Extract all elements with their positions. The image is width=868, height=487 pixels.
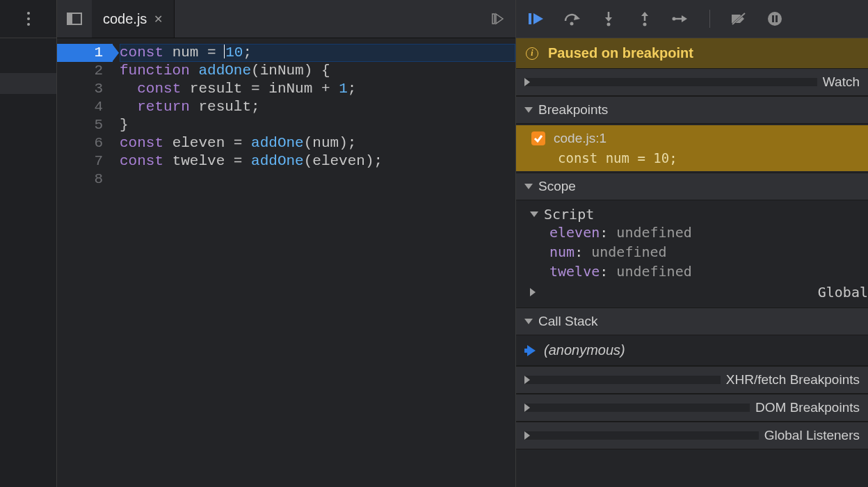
scope-global[interactable]: Global: [530, 284, 868, 301]
line-number[interactable]: 7: [57, 152, 113, 170]
section-label: XHR/fetch Breakpoints: [726, 372, 860, 388]
section-global-listeners[interactable]: Global Listeners: [516, 422, 868, 449]
chevron-right-icon: [530, 288, 812, 296]
section-callstack[interactable]: Call Stack: [516, 308, 868, 335]
run-snippet-button[interactable]: [481, 0, 515, 38]
scope-global-label: Global: [818, 284, 868, 301]
scope-variable[interactable]: num: undefined: [549, 242, 868, 262]
scope-script-vars: eleven: undefinednum: undefinedtwelve: u…: [530, 223, 868, 281]
svg-rect-21: [772, 15, 774, 22]
current-frame-icon: [527, 345, 536, 356]
chevron-down-icon: [524, 319, 533, 324]
code-line[interactable]: function addOne(inNum) {: [120, 62, 515, 80]
play-outline-icon: [491, 12, 505, 26]
svg-point-7: [570, 22, 574, 26]
debugger-panel: i Paused on breakpoint Watch Breakpoints…: [516, 0, 868, 487]
svg-marker-12: [641, 12, 648, 16]
step-over-button[interactable]: [562, 8, 583, 29]
code-body[interactable]: const num = 10;function addOne(inNum) { …: [113, 38, 515, 487]
callstack-list: (anonymous): [516, 335, 868, 366]
svg-point-10: [607, 23, 611, 26]
svg-point-20: [768, 12, 782, 26]
svg-marker-3: [496, 14, 503, 24]
tab-codejs[interactable]: code.js ✕: [92, 0, 175, 38]
chevron-right-icon: [524, 404, 750, 412]
svg-rect-2: [492, 14, 495, 24]
code-editor[interactable]: 12345678 const num = 10;function addOne(…: [57, 38, 515, 487]
step-button[interactable]: [670, 8, 691, 29]
breakpoint-checkbox[interactable]: [531, 131, 545, 145]
breakpoint-item[interactable]: code.js:1const num = 10;: [516, 125, 868, 171]
section-breakpoints[interactable]: Breakpoints: [516, 96, 868, 124]
kebab-icon: [27, 17, 30, 20]
step-into-button[interactable]: [598, 8, 619, 29]
section-label: DOM Breakpoints: [755, 400, 860, 415]
code-line[interactable]: return result;: [120, 98, 515, 116]
more-options-button[interactable]: [0, 0, 56, 38]
code-line[interactable]: const result = inNum + 1;: [120, 80, 515, 98]
navigator-selected-slot[interactable]: [0, 73, 56, 94]
pause-on-exceptions-button[interactable]: [764, 8, 785, 29]
code-line[interactable]: }: [120, 116, 515, 134]
section-label: Call Stack: [538, 314, 598, 329]
svg-marker-9: [605, 17, 612, 22]
deactivate-breakpoints-button[interactable]: [728, 8, 749, 29]
section-label: Scope: [538, 179, 576, 194]
scope-variable[interactable]: twelve: undefined: [549, 262, 868, 281]
chevron-right-icon: [524, 431, 759, 440]
line-number[interactable]: 2: [57, 62, 113, 80]
sidebar-toggle-icon: [67, 13, 82, 25]
svg-point-13: [643, 23, 647, 26]
debugger-toolbar: [516, 0, 868, 38]
scope-variable[interactable]: eleven: undefined: [549, 223, 868, 242]
toolbar-separator: [709, 10, 710, 28]
line-number[interactable]: 3: [57, 80, 113, 98]
code-line[interactable]: const twelve = addOne(eleven);: [120, 152, 515, 170]
svg-marker-5: [533, 13, 543, 24]
line-number[interactable]: 8: [57, 170, 113, 189]
callstack-frame[interactable]: (anonymous): [516, 335, 868, 366]
svg-point-16: [673, 17, 676, 21]
section-watch[interactable]: Watch: [516, 68, 868, 96]
section-label: Watch: [823, 74, 860, 90]
editor-tabbar: code.js ✕: [57, 0, 515, 38]
scope-script-label: Script: [544, 206, 594, 223]
line-number[interactable]: 6: [57, 134, 113, 152]
svg-rect-4: [529, 13, 531, 24]
close-icon[interactable]: ✕: [154, 13, 163, 26]
section-scope[interactable]: Scope: [516, 173, 868, 200]
line-number[interactable]: 5: [57, 116, 113, 134]
frame-name: (anonymous): [544, 342, 625, 358]
navigator-sidebar: [0, 0, 57, 487]
chevron-right-icon: [524, 78, 817, 86]
section-label: Breakpoints: [538, 102, 608, 118]
section-xhr[interactable]: XHR/fetch Breakpoints: [516, 366, 868, 394]
chevron-down-icon: [530, 211, 538, 217]
line-number[interactable]: 1: [57, 44, 113, 62]
scope-body: Script eleven: undefinednum: undefinedtw…: [516, 200, 868, 308]
toggle-navigator-button[interactable]: [57, 0, 92, 38]
svg-marker-15: [682, 15, 687, 22]
breakpoint-code: const num = 10;: [558, 150, 858, 166]
tab-filename: code.js: [103, 11, 147, 27]
section-dom[interactable]: DOM Breakpoints: [516, 394, 868, 422]
breakpoints-list: code.js:1const num = 10;: [516, 124, 868, 173]
paused-banner: i Paused on breakpoint: [516, 38, 868, 68]
line-number[interactable]: 4: [57, 98, 113, 116]
chevron-down-icon: [524, 107, 533, 113]
code-line[interactable]: [120, 170, 515, 189]
svg-rect-22: [775, 15, 778, 22]
line-gutter[interactable]: 12345678: [57, 38, 113, 487]
chevron-right-icon: [524, 376, 721, 384]
code-line[interactable]: const eleven = addOne(num);: [120, 134, 515, 152]
source-panel: code.js ✕ 12345678 const num = 10;functi…: [57, 0, 516, 487]
paused-message: Paused on breakpoint: [548, 45, 693, 61]
chevron-down-icon: [524, 184, 533, 189]
section-label: Global Listeners: [764, 428, 860, 443]
resume-button[interactable]: [526, 8, 547, 29]
svg-rect-1: [67, 13, 72, 24]
info-icon: i: [526, 47, 538, 60]
scope-script[interactable]: Script: [530, 206, 868, 223]
step-out-button[interactable]: [634, 8, 655, 29]
code-line[interactable]: const num = 10;: [120, 44, 515, 62]
